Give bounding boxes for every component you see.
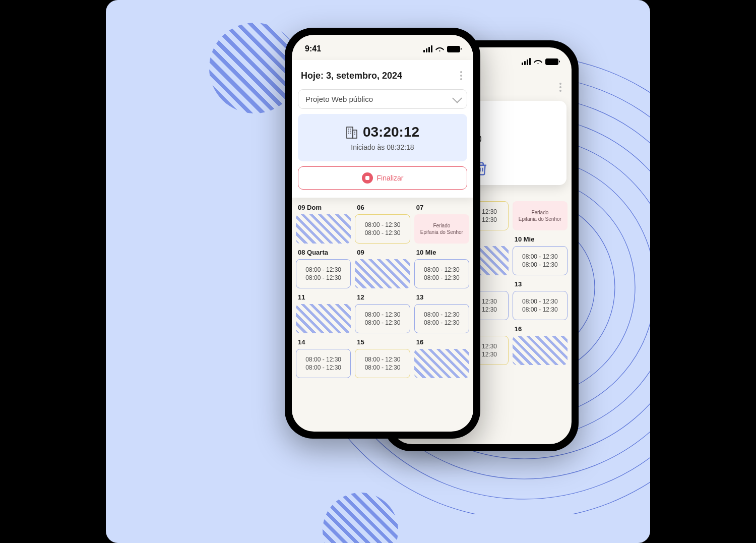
mockup-canvas: 9:41 niel Rojas da tarde 4:30 | 17:00 - … (106, 0, 650, 543)
calendar-cell[interactable]: 09 (355, 248, 410, 288)
calendar-cell[interactable]: 0608:00 - 12:3008:00 - 12:30 (355, 203, 410, 244)
day-label: 10 Mie (513, 234, 568, 246)
timer-started-label: Iniciado às 08:32:18 (304, 143, 461, 151)
svg-rect-12 (347, 127, 353, 138)
day-label: 16 (513, 324, 568, 336)
calendar-cell[interactable]: 1408:00 - 12:3008:00 - 12:30 (296, 337, 351, 378)
day-label: 13 (414, 292, 469, 304)
chevron-down-icon (452, 93, 462, 103)
status-time: 9:41 (305, 44, 321, 53)
calendar-cell[interactable]: 1308:00 - 12:3008:00 - 12:30 (513, 279, 568, 320)
page-title: Hoje: 3, setembro, 2024 (301, 71, 402, 81)
day-box: FeriadoEpifania do Senhor (414, 214, 469, 244)
calendar-cell[interactable]: 09 Dom (296, 203, 351, 244)
day-box (355, 259, 410, 288)
stop-icon (362, 172, 373, 184)
finalize-label: Finalizar (377, 174, 404, 182)
day-label: 14 (296, 337, 351, 349)
calendar-cell[interactable]: 08 Quarta08:00 - 12:3008:00 - 12:30 (296, 248, 351, 288)
project-select[interactable]: Projeto Web público (298, 89, 467, 109)
timer-value: 03:20:12 (363, 124, 419, 140)
calendar-cell[interactable]: 10 Mie08:00 - 12:3008:00 - 12:30 (414, 248, 469, 288)
project-name: Projeto Web público (305, 95, 373, 103)
calendar-cell[interactable]: 10 Mie08:00 - 12:3008:00 - 12:30 (513, 234, 568, 275)
day-label: 09 (355, 248, 410, 259)
calendar-cell[interactable]: 11 (296, 292, 351, 333)
day-box: 08:00 - 12:3008:00 - 12:30 (414, 304, 469, 333)
day-box (414, 349, 469, 378)
status-icons (423, 45, 460, 52)
calendar-cell[interactable]: 16 (414, 337, 469, 378)
calendar-cell[interactable]: 16 (513, 324, 568, 365)
day-box (296, 304, 351, 333)
day-label: 07 (414, 203, 469, 214)
day-box: 08:00 - 12:3008:00 - 12:30 (513, 246, 568, 275)
building-icon (346, 125, 358, 139)
calendar-cell[interactable]: 1208:00 - 12:3008:00 - 12:30 (355, 292, 410, 333)
finalize-button[interactable]: Finalizar (298, 166, 467, 190)
day-label: 15 (355, 337, 410, 349)
day-label: 06 (355, 203, 410, 214)
day-box: 08:00 - 12:3008:00 - 12:30 (513, 291, 568, 320)
day-label: 13 (513, 279, 568, 291)
wifi-icon (435, 46, 444, 52)
day-box: 08:00 - 12:3008:00 - 12:30 (355, 214, 410, 244)
battery-icon (447, 46, 460, 52)
day-box: 08:00 - 12:3008:00 - 12:30 (355, 349, 410, 378)
day-box: 08:00 - 12:3008:00 - 12:30 (355, 304, 410, 333)
wifi-icon (534, 58, 542, 65)
calendar-cell[interactable]: 07FeriadoEpifania do Senhor (414, 203, 469, 244)
day-label: 16 (414, 337, 469, 349)
phone-mockup-front: 9:41 Hoje: 3, setembro, 2024 Projeto Web… (285, 28, 480, 439)
status-icons (522, 58, 558, 65)
day-label (513, 197, 568, 201)
calendar-cell[interactable]: 1508:00 - 12:3008:00 - 12:30 (355, 337, 410, 378)
kebab-menu-icon[interactable] (557, 81, 563, 94)
tracker-header-card: Hoje: 3, setembro, 2024 Projeto Web públ… (292, 60, 473, 198)
signal-icon (522, 58, 531, 65)
day-label: 09 Dom (296, 203, 351, 214)
day-label: 12 (355, 292, 410, 304)
timer-panel: 03:20:12 Iniciado às 08:32:18 (298, 114, 467, 161)
day-box: FeriadoEpifania do Senhor (513, 201, 568, 230)
signal-icon (423, 45, 432, 52)
kebab-menu-icon[interactable] (458, 69, 464, 82)
day-label: 10 Mie (414, 248, 469, 259)
battery-icon (545, 58, 558, 65)
day-box (513, 336, 568, 365)
calendar-grid: 09 Dom0608:00 - 12:3008:00 - 12:3007Feri… (292, 198, 473, 387)
day-label: 11 (296, 292, 351, 304)
day-box: 08:00 - 12:3008:00 - 12:30 (296, 349, 351, 378)
day-label: 08 Quarta (296, 248, 351, 259)
calendar-cell[interactable]: FeriadoEpifania do Senhor (513, 197, 568, 230)
status-bar: 9:41 (292, 35, 473, 60)
day-box (296, 214, 351, 244)
day-box: 08:00 - 12:3008:00 - 12:30 (414, 259, 469, 288)
calendar-cell[interactable]: 1308:00 - 12:3008:00 - 12:30 (414, 292, 469, 333)
day-box: 08:00 - 12:3008:00 - 12:30 (296, 259, 351, 288)
